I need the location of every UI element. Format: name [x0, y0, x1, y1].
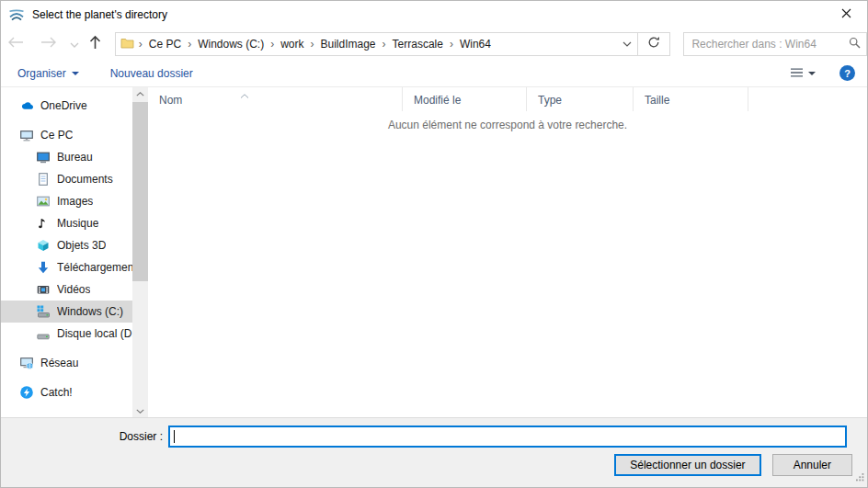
navigation-pane: OneDrive Ce PC: [1, 87, 148, 417]
organize-label: Organiser: [17, 67, 66, 80]
scrollbar-thumb[interactable]: [132, 102, 148, 281]
onedrive-cloud-icon: [19, 98, 34, 113]
breadcrumb-item-work[interactable]: work: [279, 37, 305, 51]
desktop-icon: [36, 150, 51, 165]
breadcrumb-item-win64[interactable]: Win64: [458, 37, 493, 51]
toolbar-right-group: ?: [791, 65, 855, 81]
window-title: Select the planet's directory: [32, 8, 167, 21]
refresh-button[interactable]: [637, 32, 671, 56]
address-bar[interactable]: › Ce PC › Windows (C:) › work › BuildIma…: [115, 32, 638, 56]
chevron-down-icon: [622, 41, 632, 47]
column-header-modifie-le[interactable]: Modifié le: [403, 87, 527, 111]
chevron-down-icon: [72, 72, 79, 75]
select-folder-button[interactable]: Sélectionner un dossier: [614, 454, 760, 476]
breadcrumb-item-windows-c[interactable]: Windows (C:): [196, 37, 266, 51]
forward-arrow-icon: [40, 37, 57, 51]
cancel-button[interactable]: Annuler: [772, 454, 852, 476]
file-list-pane: Nom Modifié le Type Taille Aucun élément…: [148, 87, 867, 417]
breadcrumb-separator: ›: [183, 38, 196, 51]
search-input[interactable]: [690, 37, 849, 51]
folder-input-label: Dossier :: [1, 430, 163, 443]
navigation-bar: › Ce PC › Windows (C:) › work › BuildIma…: [1, 28, 867, 60]
up-button[interactable]: [86, 32, 106, 56]
sidebar-item-objets-3d[interactable]: Objets 3D: [1, 234, 132, 256]
sidebar-item-bureau[interactable]: Bureau: [1, 146, 132, 168]
breadcrumb-item-buildimage[interactable]: BuildImage: [319, 37, 378, 51]
sidebar-item-windows-c[interactable]: Windows (C:): [1, 301, 132, 323]
close-button[interactable]: [826, 1, 867, 28]
sidebar-item-label: Ce PC: [40, 129, 73, 142]
empty-results-message: Aucun élément ne correspond à votre rech…: [148, 119, 867, 131]
sidebar-item-catch[interactable]: Catch!: [1, 381, 132, 403]
column-header-type[interactable]: Type: [527, 87, 634, 111]
folder-picker-dialog: Select the planet's directory: [0, 0, 868, 488]
back-arrow-icon: [7, 37, 24, 51]
breadcrumb-item-terrascale[interactable]: Terrascale: [391, 37, 445, 51]
network-icon: [19, 356, 34, 370]
column-header-taille[interactable]: Taille: [634, 87, 748, 111]
sidebar-item-reseau[interactable]: Réseau: [1, 352, 132, 374]
sidebar-item-label: Windows (C:): [57, 305, 123, 318]
sort-ascending-icon: [240, 88, 249, 101]
film-icon: [36, 282, 51, 297]
help-button[interactable]: ?: [839, 65, 855, 81]
scroll-down-button[interactable]: [132, 404, 148, 417]
sidebar-item-label: Objets 3D: [57, 239, 106, 252]
sidebar-item-label: Musique: [57, 217, 98, 230]
sidebar-item-label: Réseau: [40, 357, 78, 369]
search-icon: [849, 37, 861, 51]
close-icon: [841, 8, 851, 21]
sidebar-item-ce-pc[interactable]: Ce PC: [1, 124, 132, 146]
sidebar-item-telechargements[interactable]: Téléchargements: [1, 256, 132, 278]
sidebar-item-disque-local-d[interactable]: Disque local (D:): [1, 323, 132, 345]
catch-bolt-icon: [19, 385, 34, 400]
address-dropdown-button[interactable]: [617, 33, 637, 55]
column-headers: Nom Modifié le Type Taille: [148, 87, 867, 111]
sidebar-item-label: Documents: [57, 173, 113, 186]
sidebar-item-images[interactable]: Images: [1, 190, 132, 212]
column-header-nom[interactable]: Nom: [148, 87, 403, 111]
search-box: [683, 32, 867, 56]
refresh-icon: [647, 36, 660, 51]
forward-button[interactable]: [38, 32, 60, 56]
sidebar-item-label: OneDrive: [40, 99, 87, 112]
sidebar-item-label: Bureau: [57, 151, 93, 164]
picture-icon: [36, 194, 51, 209]
document-icon: [36, 172, 51, 187]
back-button[interactable]: [5, 32, 27, 56]
chevron-up-icon: [136, 92, 144, 96]
change-view-button[interactable]: [791, 67, 816, 80]
hard-drive-icon: [36, 326, 51, 341]
details-view-icon: [791, 67, 803, 80]
sidebar-item-videos[interactable]: Vidéos: [1, 278, 132, 301]
sidebar-scrollbar[interactable]: [132, 87, 148, 417]
windows-drive-icon: [36, 304, 51, 319]
folder-name-input[interactable]: [175, 429, 845, 444]
new-folder-button[interactable]: Nouveau dossier: [110, 67, 193, 80]
scroll-up-button[interactable]: [132, 87, 148, 100]
computer-icon: [19, 128, 34, 142]
sidebar-item-label: Catch!: [40, 386, 73, 399]
sidebar-item-onedrive[interactable]: OneDrive: [1, 95, 132, 117]
breadcrumb-separator: ›: [134, 38, 147, 51]
recent-locations-button[interactable]: [69, 32, 80, 56]
breadcrumb-separator: ›: [445, 38, 458, 51]
title-bar: Select the planet's directory: [1, 1, 867, 28]
breadcrumb-item-ce-pc[interactable]: Ce PC: [147, 37, 183, 51]
breadcrumb-separator: ›: [378, 38, 391, 51]
sidebar-item-musique[interactable]: Musique: [1, 212, 132, 234]
cube-3d-icon: [36, 238, 51, 253]
download-arrow-icon: [36, 260, 51, 275]
chevron-down-icon: [136, 409, 144, 414]
command-toolbar: Organiser Nouveau dossier ?: [1, 60, 867, 87]
sidebar-items: OneDrive Ce PC: [1, 87, 148, 403]
chevron-down-icon: [70, 38, 79, 51]
chevron-down-icon: [808, 72, 816, 75]
music-note-icon: [36, 216, 51, 231]
resize-grip[interactable]: [855, 471, 864, 484]
dialog-buttons: Sélectionner un dossier Annuler: [614, 454, 852, 476]
organize-menu-button[interactable]: Organiser: [17, 67, 79, 80]
sidebar-item-documents[interactable]: Documents: [1, 168, 132, 190]
folder-input-wrap: [168, 426, 847, 448]
folder-icon: [120, 37, 134, 51]
